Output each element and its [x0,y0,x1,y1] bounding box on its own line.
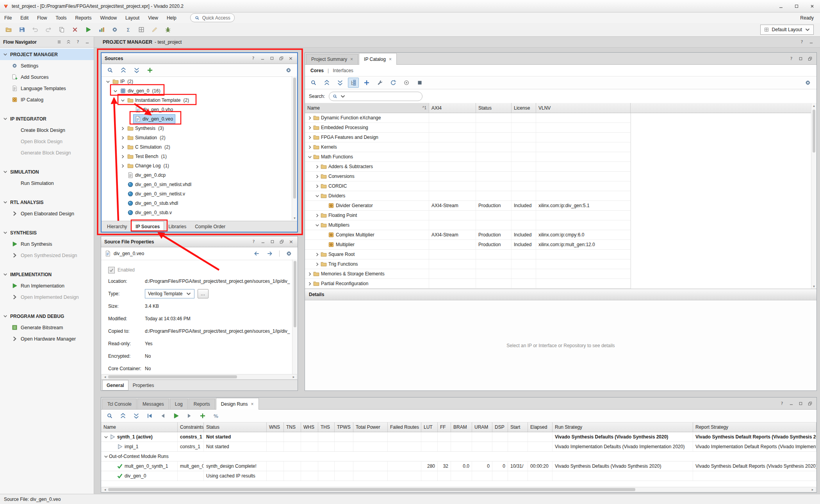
properties-panel-header[interactable]: Source File Properties ?× [101,236,298,247]
catalog-row-dividers[interactable]: Dividers [305,191,631,201]
column-header-wns[interactable]: WNS [267,422,284,432]
tab-project-summary[interactable]: Project Summary× [306,54,358,64]
scroll-left-icon[interactable]: ◂ [103,375,107,379]
undo-button[interactable] [30,25,41,35]
tree-item-div-gen-0-veo[interactable]: div_gen_0.veo [102,114,297,124]
column-header-tpws[interactable]: TPWS [335,422,353,432]
section-collapse-icon[interactable] [3,117,8,121]
window-close-button[interactable] [804,0,820,12]
expander-icon[interactable] [119,98,126,103]
runs-horizontal-scrollbar[interactable]: ◂ ▸ [102,487,816,492]
catalog-row-multiplier[interactable]: MultiplierProductionIncludedxilinx.com:i… [305,240,631,250]
group-hierarchy-button[interactable] [348,78,359,88]
copy-button[interactable] [56,25,67,35]
menu-flow[interactable]: Flow [33,12,51,23]
scroll-right-icon[interactable]: ▸ [810,488,815,492]
scroll-down-icon[interactable]: ▾ [292,216,297,220]
column-header-ths[interactable]: THS [318,422,335,432]
interfaces-link[interactable]: Interfaces [333,68,353,73]
expander-icon[interactable] [307,282,313,286]
expander-icon[interactable] [307,272,313,276]
refresh-button[interactable] [388,78,399,88]
expand-all-button[interactable] [131,65,142,75]
cores-link[interactable]: Cores [310,68,324,73]
expander-icon[interactable] [307,126,313,130]
stop-button[interactable] [414,78,425,88]
expander-icon[interactable] [119,154,126,159]
expand-icon[interactable] [11,252,18,259]
column-header-lut[interactable]: LUT [421,422,438,432]
sources-panel-header[interactable]: Sources ?× [102,53,297,64]
flow-section-synthesis[interactable]: SYNTHESIS [0,227,94,238]
collapse-all-button[interactable] [321,78,332,88]
open-project-button[interactable] [3,25,14,35]
tab-compile-order[interactable]: Compile Order [191,221,230,232]
column-header-axi4[interactable]: AXI4 [429,103,476,113]
expander-icon[interactable] [314,262,320,266]
flow-item-language-templates[interactable]: Language Templates [0,83,94,94]
catalog-row-adders-subtracters[interactable]: Adders & Subtracters [305,162,631,172]
run-row-out-of-context-module-runs[interactable]: Out-of-Context Module Runs [101,452,816,461]
flow-item-open-block-design[interactable]: Open Block Design [0,136,94,147]
flow-item-create-block-design[interactable]: Create Block Design [0,124,94,136]
menu-edit[interactable]: Edit [16,12,33,23]
tree-item-div-gen-0-stub-vhdl[interactable]: div_gen_0_stub.vhdl [102,199,297,208]
properties-vertical-scrollbar[interactable] [292,259,298,374]
add-button[interactable] [197,411,208,421]
flow-item-open-hardware-manager[interactable]: Open Hardware Manager [0,333,94,344]
settings-button[interactable] [283,65,294,75]
run-row-div-gen-0[interactable]: div_gen_0Using cached IP results [101,471,816,481]
scroll-up-icon[interactable]: ▴ [811,104,816,108]
minimize-button[interactable] [260,238,266,245]
tab-properties[interactable]: Properties [128,380,159,390]
magnifier-button[interactable] [308,78,319,88]
step-back-button[interactable] [157,411,168,421]
section-collapse-icon[interactable] [3,52,8,57]
tree-item-div-gen-0-sim-netlist-v[interactable]: div_gen_0_sim_netlist.v [102,189,297,199]
ip-search-input[interactable] [329,92,422,101]
expander-icon[interactable] [314,165,320,169]
section-collapse-icon[interactable] [3,200,8,204]
tree-item-instantiation-template[interactable]: Instantiation Template(2) [102,96,297,105]
tab-close-icon[interactable]: × [350,57,353,62]
catalog-row-embedded-processing[interactable]: Embedded Processing [305,123,631,133]
menu-tools[interactable]: Tools [51,12,71,23]
catalog-row-complex-multiplier[interactable]: Complex MultiplierAXI4-StreamProductionI… [305,230,631,240]
customize-button[interactable] [374,78,385,88]
expander-icon[interactable] [307,145,313,149]
column-header-status[interactable]: Status [204,422,267,432]
expander-icon[interactable] [103,435,109,439]
section-collapse-icon[interactable] [3,314,8,318]
save-button[interactable] [16,25,27,35]
scroll-right-icon[interactable]: ▸ [291,375,296,379]
tree-item-change-log[interactable]: Change Log(1) [102,161,297,170]
settings-button[interactable] [283,248,294,259]
column-header-failed-routes[interactable]: Failed Routes [388,422,421,432]
menu-view[interactable]: View [144,12,162,23]
column-header-constraints[interactable]: Constraints [178,422,204,432]
maximize-button[interactable] [797,400,804,407]
menu-help[interactable]: Help [162,12,181,23]
percent-button[interactable]: % [210,411,221,421]
window-minimize-button[interactable] [773,0,789,12]
flow-item-generate-block-design[interactable]: Generate Block Design [0,147,94,158]
float-button[interactable] [278,238,285,245]
expander-icon[interactable] [112,89,118,93]
magnifier-button[interactable] [105,65,116,75]
help-button[interactable]: ? [250,55,257,62]
flow-item-run-simulation[interactable]: Run Simulation [0,177,94,189]
expand-icon[interactable] [11,335,18,343]
float-button[interactable] [807,400,813,407]
expander-icon[interactable] [314,252,320,257]
layout-grid-button[interactable] [136,25,147,35]
tree-item-div-gen-0[interactable]: div_gen_0(16) [102,86,297,96]
expand-all-button[interactable] [335,78,346,88]
column-header-license[interactable]: License [512,103,536,113]
expander-icon[interactable] [119,164,126,168]
expander-icon[interactable] [103,454,109,459]
catalog-row-memories-storage-elements[interactable]: Memories & Storage Elements [305,269,631,279]
add-ip-button[interactable] [361,78,372,88]
expander-icon[interactable] [314,194,320,198]
catalog-row-fpga-features-and-design[interactable]: FPGA Features and Design [305,133,631,142]
tab-close-icon[interactable]: × [389,57,392,62]
